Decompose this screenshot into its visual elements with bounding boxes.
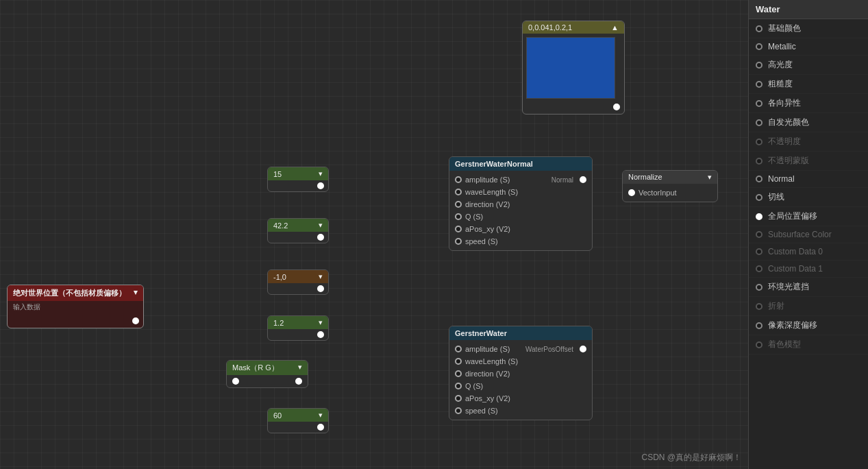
world-position-node[interactable]: 绝对世界位置（不包括材质偏移） ▾ 输入数据 bbox=[7, 285, 144, 328]
num-node-42[interactable]: 42.2 ▾ bbox=[267, 218, 329, 243]
chevron-icon[interactable]: ▾ bbox=[298, 363, 302, 373]
port-w-apos-in[interactable] bbox=[455, 395, 462, 402]
num-node-neg1[interactable]: -1,0 ▾ bbox=[267, 269, 329, 295]
chevron-icon[interactable]: ▾ bbox=[319, 272, 323, 281]
gerstner-water-node[interactable]: GerstnerWater amplitude (S) WaterPosOffs… bbox=[449, 326, 593, 420]
water-item-shading-model[interactable]: 着色模型 bbox=[749, 335, 868, 354]
water-item-pixel-depth[interactable]: 像素深度偏移 bbox=[749, 316, 868, 335]
dot-icon bbox=[756, 176, 762, 182]
port-w-wavelength-in[interactable] bbox=[455, 358, 462, 365]
num-node-1_2[interactable]: 1.2 ▾ bbox=[267, 315, 329, 341]
port-waterpos-out[interactable] bbox=[580, 346, 586, 352]
num-node-neg1-header: -1,0 ▾ bbox=[268, 270, 328, 283]
dot-icon bbox=[756, 284, 762, 291]
water-item-emissive[interactable]: 自发光颜色 bbox=[749, 113, 868, 132]
gerstner-normal-port-direction: direction (V2) bbox=[449, 198, 592, 211]
gerstner-normal-port-wavelength: waveLength (S) bbox=[449, 186, 592, 198]
port-q-in[interactable] bbox=[455, 213, 462, 220]
dot-icon bbox=[756, 341, 762, 348]
port-w-q-in[interactable] bbox=[455, 383, 462, 389]
num-15-output-port[interactable] bbox=[317, 182, 324, 189]
water-item-subsurface[interactable]: Subsurface Color bbox=[749, 226, 868, 243]
gerstner-normal-body: amplitude (S) Normal waveLength (S) dire… bbox=[449, 171, 592, 250]
world-node-title: 绝对世界位置（不包括材质偏移） bbox=[13, 288, 126, 298]
mask-node[interactable]: Mask（R G） ▾ bbox=[226, 360, 308, 388]
water-item-custom-data-0[interactable]: Custom Data 0 bbox=[749, 243, 868, 261]
water-item-refraction[interactable]: 折射 bbox=[749, 297, 868, 316]
water-item-opacity[interactable]: 不透明度 bbox=[749, 132, 868, 152]
dot-icon bbox=[756, 43, 762, 50]
gerstner-normal-port-speed: speed (S) bbox=[449, 235, 592, 248]
chevron-icon[interactable]: ▾ bbox=[708, 173, 712, 182]
port-w-speed-in[interactable] bbox=[455, 407, 462, 414]
dot-icon bbox=[756, 158, 762, 165]
num-node-60-value: 60 bbox=[273, 411, 282, 420]
chevron-icon[interactable]: ▾ bbox=[134, 288, 138, 298]
color-preview bbox=[526, 37, 615, 99]
num-node-1_2-header: 1.2 ▾ bbox=[268, 316, 328, 329]
normalize-header: Normalize ▾ bbox=[623, 171, 717, 184]
water-item-anisotropy[interactable]: 各向异性 bbox=[749, 94, 868, 113]
water-item-custom-data-1[interactable]: Custom Data 1 bbox=[749, 261, 868, 278]
gerstner-normal-header: GerstnerWaterNormal bbox=[449, 157, 592, 171]
port-direction-in[interactable] bbox=[455, 201, 462, 208]
dot-icon bbox=[756, 25, 762, 32]
gerstner-water-port-apos: aPos_xy (V2) bbox=[449, 392, 592, 405]
normalize-port-input: VectorInput bbox=[623, 187, 717, 199]
port-normal-out[interactable] bbox=[580, 176, 586, 183]
num-neg1-output-port[interactable] bbox=[317, 285, 324, 292]
color-output-port[interactable] bbox=[613, 104, 620, 110]
num-60-output-port[interactable] bbox=[317, 424, 324, 431]
port-apos-in[interactable] bbox=[455, 226, 462, 232]
dot-connected-icon bbox=[756, 213, 762, 220]
gerstner-normal-port-q: Q (S) bbox=[449, 211, 592, 223]
num-node-15-header: 15 ▾ bbox=[268, 167, 328, 180]
water-item-normal[interactable]: Normal bbox=[749, 171, 868, 188]
num-node-1_2-value: 1.2 bbox=[273, 319, 284, 327]
normalize-input-port[interactable] bbox=[628, 189, 635, 196]
normalize-title: Normalize bbox=[628, 173, 662, 182]
water-item-tangent[interactable]: 切线 bbox=[749, 188, 868, 207]
chevron-up-icon[interactable]: ▲ bbox=[611, 23, 619, 32]
color-node-value: 0,0.041,0.2,1 bbox=[528, 23, 572, 32]
normalize-node[interactable]: Normalize ▾ VectorInput bbox=[622, 170, 718, 202]
gerstner-water-port-amplitude: amplitude (S) WaterPosOffset bbox=[449, 343, 592, 355]
dot-icon bbox=[756, 248, 762, 255]
num-node-42-header: 42.2 ▾ bbox=[268, 219, 328, 232]
port-w-direction-in[interactable] bbox=[455, 370, 462, 377]
gerstner-water-body: amplitude (S) WaterPosOffset waveLength … bbox=[449, 340, 592, 420]
canvas-background bbox=[0, 0, 868, 469]
world-node-subtitle: 输入数据 bbox=[8, 301, 143, 315]
world-output-port[interactable] bbox=[132, 317, 139, 324]
port-w-amplitude-in[interactable] bbox=[455, 346, 462, 352]
mask-input-port[interactable] bbox=[232, 378, 239, 385]
dot-icon bbox=[756, 139, 762, 145]
num-node-15[interactable]: 15 ▾ bbox=[267, 167, 329, 192]
water-item-opacity-mask[interactable]: 不透明蒙版 bbox=[749, 152, 868, 171]
world-node-header: 绝对世界位置（不包括材质偏移） ▾ bbox=[8, 285, 143, 301]
dot-icon bbox=[756, 194, 762, 201]
dot-icon bbox=[756, 62, 762, 69]
mask-output-port[interactable] bbox=[295, 378, 302, 385]
water-item-ao[interactable]: 环境光遮挡 bbox=[749, 278, 868, 297]
water-item-jicse[interactable]: 基础颜色 bbox=[749, 19, 868, 38]
color-value-node[interactable]: 0,0.041,0.2,1 ▲ bbox=[522, 21, 625, 115]
water-item-metallic[interactable]: Metallic bbox=[749, 38, 868, 56]
num-node-60[interactable]: 60 ▾ bbox=[267, 408, 329, 433]
chevron-icon[interactable]: ▾ bbox=[319, 169, 323, 178]
port-wavelength-in[interactable] bbox=[455, 189, 462, 195]
gerstner-water-normal-node[interactable]: GerstnerWaterNormal amplitude (S) Normal… bbox=[449, 156, 593, 251]
chevron-icon[interactable]: ▾ bbox=[319, 221, 323, 230]
water-item-specular[interactable]: 高光度 bbox=[749, 56, 868, 75]
num-42-output-port[interactable] bbox=[317, 234, 324, 241]
port-amplitude-in[interactable] bbox=[455, 176, 462, 183]
gerstner-water-port-speed: speed (S) bbox=[449, 405, 592, 417]
water-item-world-offset[interactable]: 全局位置偏移 bbox=[749, 207, 868, 226]
chevron-icon[interactable]: ▾ bbox=[319, 318, 323, 327]
water-panel: Water 基础颜色 Metallic 高光度 粗糙度 各向异性 自发光颜色 不… bbox=[748, 0, 868, 469]
num-1_2-output-port[interactable] bbox=[317, 331, 324, 338]
gerstner-normal-port-apos: aPos_xy (V2) bbox=[449, 223, 592, 235]
port-speed-in[interactable] bbox=[455, 238, 462, 245]
water-item-roughness[interactable]: 粗糙度 bbox=[749, 75, 868, 94]
chevron-icon[interactable]: ▾ bbox=[319, 411, 323, 420]
